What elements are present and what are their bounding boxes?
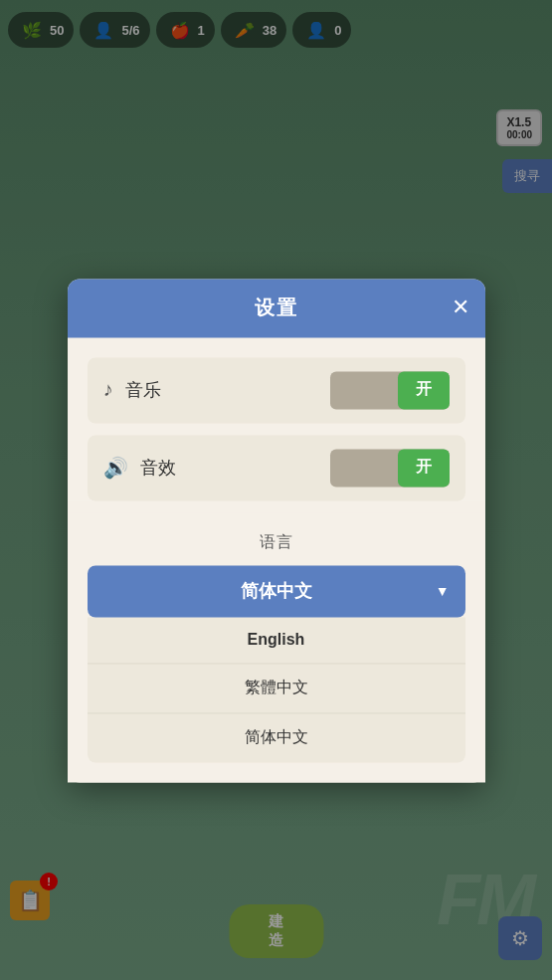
language-options-list: English 繁體中文 简体中文 <box>88 617 465 762</box>
dialog-title: 设置 <box>255 294 298 321</box>
music-toggle[interactable]: 开 <box>330 371 450 409</box>
settings-dialog: 设置 ✕ ♪ 音乐 开 🔊 音效 开 语言 <box>68 279 485 782</box>
dropdown-arrow-icon: ▼ <box>436 583 450 599</box>
language-dropdown-trigger[interactable]: 简体中文 ▼ <box>88 565 465 617</box>
language-section: 语言 简体中文 ▼ English 繁體中文 简体中文 <box>68 512 485 782</box>
language-selected-text: 简体中文 <box>107 579 446 603</box>
music-icon: ♪ <box>103 378 113 401</box>
sfx-toggle-state: 开 <box>416 457 432 478</box>
language-section-label: 语言 <box>88 532 465 553</box>
dialog-body: ♪ 音乐 开 🔊 音效 开 <box>68 337 485 500</box>
sfx-label: 音效 <box>140 456 330 480</box>
dialog-header: 设置 ✕ <box>68 279 485 337</box>
sfx-icon: 🔊 <box>103 456 128 480</box>
sfx-setting-row: 🔊 音效 开 <box>88 435 465 500</box>
language-option-simplified-chinese[interactable]: 简体中文 <box>88 713 465 762</box>
sfx-toggle[interactable]: 开 <box>330 449 450 487</box>
language-option-traditional-chinese[interactable]: 繁體中文 <box>88 664 465 713</box>
music-label: 音乐 <box>125 378 330 402</box>
dialog-close-button[interactable]: ✕ <box>452 296 469 318</box>
music-setting-row: ♪ 音乐 开 <box>88 357 465 423</box>
sfx-toggle-on[interactable]: 开 <box>398 449 450 487</box>
language-option-english[interactable]: English <box>88 617 465 664</box>
music-toggle-on[interactable]: 开 <box>398 371 450 409</box>
music-toggle-state: 开 <box>416 379 432 400</box>
